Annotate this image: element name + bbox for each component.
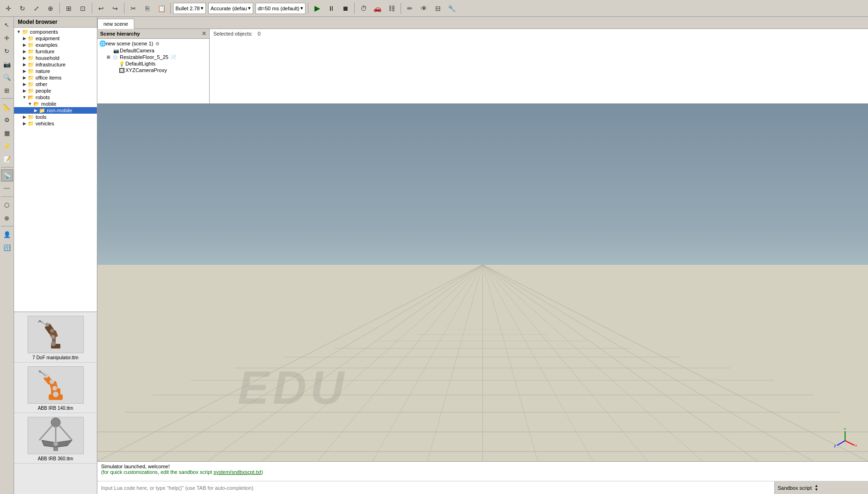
search-tool-btn[interactable]: 🔍: [1, 71, 13, 83]
sensors-btn[interactable]: 📡: [1, 169, 13, 182]
screen-btn[interactable]: ⊟: [431, 2, 445, 15]
expand-vehicles: ▶: [22, 121, 27, 126]
add-btn[interactable]: ⊡: [76, 2, 89, 15]
expand-people: ▶: [22, 88, 27, 94]
folder-icon-robots: 📂: [27, 94, 35, 100]
console-script-link[interactable]: system/sndbxscpt.txt: [213, 469, 261, 475]
model-card-7dof[interactable]: 7 DoF manipulator.ttm: [14, 312, 97, 363]
folder-icon-non-mobile: 📁: [38, 108, 46, 113]
model-preview-panel: 7 DoF manipulator.ttm: [14, 312, 97, 494]
calc-btn[interactable]: 🔢: [1, 241, 13, 254]
folder-icon-infrastructure: 📁: [27, 62, 35, 67]
dynamics-btn[interactable]: ⚡: [1, 140, 13, 152]
scene-floor-label: ResizableFloor_5_25: [120, 54, 168, 60]
camera-tool-btn[interactable]: 📷: [1, 58, 13, 70]
eye-btn[interactable]: 👁: [417, 2, 430, 15]
shapes-btn[interactable]: ⬡: [1, 199, 13, 211]
script-btn[interactable]: 📝: [1, 153, 13, 165]
scene-expand-floor: ⊞: [107, 55, 113, 59]
snap-btn[interactable]: ⊞: [62, 2, 75, 15]
sim-mode-dropdown[interactable]: Accurate (defau ▾: [208, 3, 253, 14]
pen-btn[interactable]: ✏: [403, 2, 416, 15]
timestep-dropdown[interactable]: dt=50 ms (default) ▾: [255, 3, 306, 14]
tree-item-tools[interactable]: ▶ 📁 tools: [14, 114, 97, 120]
scene-node-proxy[interactable]: 🔲 XYZCameraProxy: [97, 67, 209, 73]
svg-line-23: [39, 425, 52, 440]
svg-point-27: [53, 442, 58, 446]
tree-item-examples[interactable]: ▶ 📁 examples: [14, 42, 97, 48]
move-tool-btn[interactable]: ✛: [1, 32, 13, 44]
model-card-abb140[interactable]: ABB IRB 140.ttm: [14, 363, 97, 413]
3d-viewport[interactable]: EDU X Y Z: [97, 104, 868, 461]
tree-item-components[interactable]: ▼ 📁 components: [14, 29, 97, 35]
tree-item-equipment[interactable]: ▶ 📁 equipment: [14, 35, 97, 42]
tree-item-mobile[interactable]: ▼ 📂 mobile: [14, 101, 97, 107]
pause-btn[interactable]: ⏸: [325, 2, 338, 15]
tree-item-vehicles[interactable]: ▶ 📁 vehicles: [14, 120, 97, 127]
scene-tab-new[interactable]: new scene: [97, 19, 134, 29]
measure-tool-btn[interactable]: 📐: [1, 101, 13, 113]
selected-objects-panel: Selected objects: 0: [210, 29, 868, 103]
console-script-down[interactable]: ▼: [815, 488, 818, 492]
translate-btn[interactable]: ✛: [2, 2, 15, 15]
tree-item-nature[interactable]: ▶ 📁 nature: [14, 68, 97, 74]
expand-mobile: ▼: [27, 101, 33, 107]
tree-item-robots[interactable]: ▼ 📂 robots: [14, 94, 97, 101]
joints-btn[interactable]: ⊗: [1, 212, 13, 224]
model-tree[interactable]: ▼ 📁 components ▶ 📁 equipment ▶ 📁 example…: [14, 28, 97, 312]
stop-btn[interactable]: ⏹: [339, 2, 352, 15]
scale-btn[interactable]: ⤢: [30, 2, 43, 15]
svg-point-15: [53, 392, 58, 397]
left-sep2: [1, 167, 13, 167]
scene-node-root[interactable]: 🌐 new scene (scene 1) ⚙: [97, 40, 209, 47]
scene-proxy-label: XYZCameraProxy: [125, 67, 167, 73]
tree-label-furniture: furniture: [36, 49, 54, 54]
rotate-tool-btn[interactable]: ↻: [1, 45, 13, 57]
layers-btn[interactable]: ▦: [1, 127, 13, 139]
expand-infrastructure: ▶: [22, 62, 27, 67]
undo-btn[interactable]: ↩: [95, 2, 108, 15]
tree-item-household[interactable]: ▶ 📁 household: [14, 55, 97, 61]
pointer-tool-btn[interactable]: ↖: [1, 19, 13, 31]
console-script-arrows[interactable]: ▲ ▼: [815, 484, 818, 492]
copy-btn[interactable]: ⎘: [141, 2, 154, 15]
selected-objects-header: Selected objects: 0: [213, 31, 864, 36]
scene-node-camera[interactable]: 📷 DefaultCamera: [97, 47, 209, 54]
path-btn[interactable]: 〰: [1, 182, 13, 195]
tree-item-other[interactable]: ▶ 📁 other: [14, 81, 97, 87]
expand-robots: ▼: [22, 94, 27, 100]
svg-text:Z: Z: [834, 444, 836, 448]
wrench-btn[interactable]: 🔧: [445, 2, 459, 15]
people-btn[interactable]: 👤: [1, 228, 13, 240]
rotate-btn[interactable]: ↻: [16, 2, 29, 15]
cut-btn[interactable]: ✂: [127, 2, 140, 15]
physics-engine-dropdown[interactable]: Bullet 2.78 ▾: [173, 3, 206, 14]
redo-btn[interactable]: ↪: [109, 2, 122, 15]
realtime-btn[interactable]: ⏱: [357, 2, 370, 15]
sep2: [92, 3, 92, 14]
floor-grid-svg: [97, 265, 868, 461]
play-btn[interactable]: ▶: [311, 2, 324, 15]
scene-floor-script-icon[interactable]: 📄: [170, 55, 176, 60]
model-svg-abb140: [32, 369, 79, 401]
snap-tool-btn[interactable]: ⊞: [1, 84, 13, 96]
model-thumb-7dof: [28, 316, 84, 353]
vehicle-btn[interactable]: 🚗: [371, 2, 384, 15]
chain-btn[interactable]: ⛓: [385, 2, 398, 15]
tree-item-furniture[interactable]: ▶ 📁 furniture: [14, 48, 97, 55]
model-label-abb140: ABB IRB 140.ttm: [38, 406, 73, 411]
scene-node-floor[interactable]: ⊞ ⬡ ResizableFloor_5_25 📄: [97, 54, 209, 60]
scene-config-icon[interactable]: ⚙: [155, 41, 160, 46]
paste-btn[interactable]: 📋: [155, 2, 168, 15]
console-input[interactable]: [97, 481, 774, 494]
camera-btn[interactable]: ⊕: [44, 2, 57, 15]
model-card-abb360[interactable]: ABB IRB 360.ttm: [14, 413, 97, 464]
tree-item-people[interactable]: ▶ 📁 people: [14, 87, 97, 94]
scene-node-lights[interactable]: 💡 DefaultLights: [97, 60, 209, 67]
tree-item-non-mobile[interactable]: ▶ 📁 non-mobile: [14, 107, 97, 114]
scene-camera-icon: 📷: [113, 48, 120, 53]
properties-btn[interactable]: ⚙: [1, 114, 13, 126]
scene-hierarchy-close-btn[interactable]: ✕: [202, 30, 206, 37]
tree-item-infrastructure[interactable]: ▶ 📁 infrastructure: [14, 61, 97, 68]
tree-item-office-items[interactable]: ▶ 📁 office items: [14, 74, 97, 81]
